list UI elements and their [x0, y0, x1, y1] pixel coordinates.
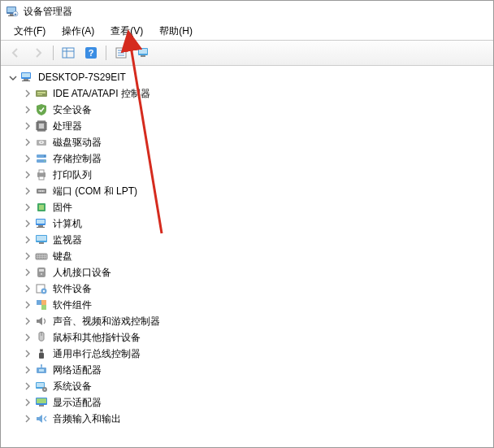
- expand-toggle[interactable]: [22, 104, 33, 115]
- svg-rect-107: [37, 383, 44, 387]
- tree-category-node[interactable]: 磁盘驱动器: [22, 134, 493, 150]
- menu-action[interactable]: 操作(A): [54, 23, 102, 40]
- expand-toggle[interactable]: [22, 250, 33, 262]
- properties-button[interactable]: [110, 43, 132, 63]
- device-tree-pane[interactable]: DESKTOP-7S29EITIDE ATA/ATAPI 控制器安全设备处理器磁…: [1, 66, 493, 447]
- node-label: DESKTOP-7S29EIT: [37, 69, 128, 85]
- tree-category-node[interactable]: 音频输入和输出: [22, 411, 493, 427]
- svg-rect-15: [139, 49, 147, 54]
- show-hide-console-button[interactable]: [58, 43, 79, 63]
- svg-rect-81: [43, 256, 44, 257]
- arrow-right-icon: [32, 46, 45, 59]
- tree-category-node[interactable]: IDE ATA/ATAPI 控制器: [22, 85, 493, 102]
- menu-view[interactable]: 查看(V): [102, 23, 151, 40]
- svg-rect-89: [37, 267, 46, 277]
- node-label: 处理器: [51, 118, 84, 134]
- expand-toggle[interactable]: [22, 202, 33, 213]
- expand-toggle[interactable]: [22, 413, 33, 424]
- expand-toggle[interactable]: [22, 185, 33, 197]
- scan-monitor-icon: [137, 46, 150, 59]
- tree-category-node[interactable]: 监视器: [22, 232, 493, 248]
- mouse-icon: [35, 331, 48, 344]
- monitor-icon: [35, 233, 48, 246]
- app-icon: [6, 5, 19, 18]
- device-manager-window: 设备管理器 文件(F) 操作(A) 查看(V) 帮助(H) ? DESKTOP-…: [0, 0, 494, 448]
- expand-toggle[interactable]: [22, 88, 33, 99]
- expand-toggle[interactable]: [22, 364, 33, 376]
- tree-category-node[interactable]: 人机接口设备: [22, 264, 493, 281]
- menu-file[interactable]: 文件(F): [6, 23, 54, 40]
- expand-toggle[interactable]: [22, 332, 33, 343]
- tree-category-node[interactable]: 处理器: [22, 118, 493, 134]
- svg-rect-65: [38, 225, 43, 227]
- tree-category-node[interactable]: 端口 (COM 和 LPT): [22, 183, 493, 199]
- expand-toggle[interactable]: [22, 381, 33, 392]
- tree-category-node[interactable]: 显示适配器: [22, 394, 493, 411]
- expand-toggle[interactable]: [22, 153, 33, 164]
- svg-rect-5: [63, 48, 74, 58]
- node-label: 键盘: [51, 248, 74, 264]
- tree-category-node[interactable]: 鼠标和其他指针设备: [22, 329, 493, 346]
- help-button[interactable]: ?: [80, 43, 102, 63]
- tree-root-node[interactable]: DESKTOP-7S29EIT: [7, 69, 493, 85]
- tree-category-node[interactable]: 通用串行总线控制器: [22, 346, 493, 362]
- forward-button[interactable]: [28, 43, 49, 63]
- svg-rect-103: [39, 369, 44, 372]
- expand-toggle[interactable]: [22, 120, 33, 132]
- menu-help[interactable]: 帮助(H): [151, 23, 201, 40]
- collapse-toggle[interactable]: [7, 72, 19, 83]
- svg-rect-84: [38, 258, 39, 259]
- disk-icon: [35, 136, 48, 149]
- tree-category-node[interactable]: 系统设备: [22, 378, 493, 394]
- svg-rect-95: [37, 300, 41, 305]
- tree-category-node[interactable]: 软件组件: [22, 297, 493, 313]
- tree-category-node[interactable]: 存储控制器: [22, 150, 493, 167]
- svg-rect-78: [38, 256, 39, 257]
- tree-category-node[interactable]: 打印队列: [22, 167, 493, 183]
- expand-toggle[interactable]: [22, 267, 33, 278]
- svg-point-51: [44, 155, 46, 157]
- expand-toggle[interactable]: [22, 299, 33, 311]
- tree-category-node[interactable]: 网络适配器: [22, 362, 493, 378]
- toolbar: ?: [1, 40, 493, 66]
- tree-category-node[interactable]: 声音、视频和游戏控制器: [22, 313, 493, 329]
- network-icon: [35, 363, 48, 376]
- ide-icon: [35, 87, 48, 100]
- computer-icon: [20, 71, 33, 84]
- tree-category-node[interactable]: 固件: [22, 199, 493, 215]
- svg-rect-54: [39, 170, 44, 173]
- svg-rect-68: [37, 236, 46, 241]
- expand-toggle[interactable]: [22, 397, 33, 408]
- node-label: 软件设备: [51, 281, 93, 297]
- node-label: 声音、视频和游戏控制器: [51, 313, 162, 329]
- svg-rect-66: [37, 227, 45, 228]
- expand-toggle[interactable]: [22, 137, 33, 148]
- svg-rect-87: [43, 258, 44, 259]
- expand-toggle[interactable]: [22, 315, 33, 327]
- svg-rect-86: [41, 258, 42, 259]
- expand-toggle[interactable]: [22, 169, 33, 181]
- firmware-icon: [35, 201, 48, 214]
- svg-rect-96: [41, 305, 46, 310]
- tree-category-node[interactable]: 键盘: [22, 248, 493, 264]
- expand-toggle[interactable]: [22, 218, 33, 229]
- back-button[interactable]: [5, 43, 26, 63]
- expand-toggle[interactable]: [22, 348, 33, 359]
- svg-point-91: [41, 273, 42, 275]
- keyboard-icon: [35, 250, 48, 263]
- svg-rect-73: [40, 254, 41, 255]
- node-label: 系统设备: [51, 378, 93, 394]
- console-tree-icon: [62, 46, 75, 59]
- svg-rect-22: [37, 92, 46, 94]
- expand-toggle[interactable]: [22, 283, 33, 294]
- tree-category-node[interactable]: 计算机: [22, 215, 493, 232]
- port-icon: [35, 185, 48, 198]
- help-icon: ?: [84, 46, 98, 59]
- device-tree: DESKTOP-7S29EITIDE ATA/ATAPI 控制器安全设备处理器磁…: [4, 69, 493, 427]
- svg-rect-23: [37, 94, 42, 95]
- svg-rect-112: [39, 405, 44, 407]
- tree-category-node[interactable]: 安全设备: [22, 102, 493, 118]
- scan-hardware-button[interactable]: [133, 43, 154, 63]
- tree-category-node[interactable]: 软件设备: [22, 281, 493, 297]
- expand-toggle[interactable]: [22, 234, 33, 246]
